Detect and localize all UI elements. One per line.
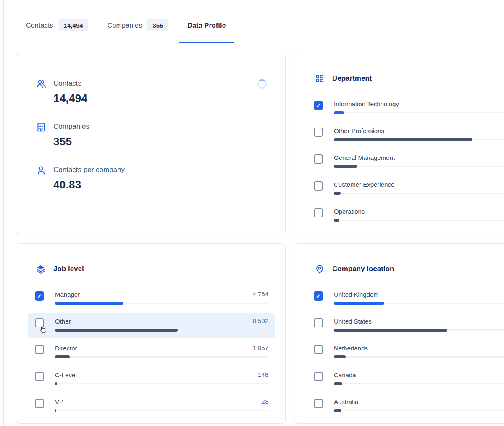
company-location-rows: United Kingdom United States Netherlands… bbox=[295, 291, 504, 425]
checkbox[interactable] bbox=[314, 372, 323, 381]
hand-cursor-icon bbox=[38, 325, 47, 334]
map-pin-icon bbox=[315, 264, 325, 274]
grid-icon bbox=[315, 73, 325, 84]
checkbox[interactable] bbox=[314, 154, 323, 164]
stat-value: 40.83 bbox=[53, 178, 125, 191]
tab-companies[interactable]: Companies 355 bbox=[99, 0, 177, 43]
company-location-card: Company location United Kingdom United S… bbox=[295, 243, 504, 424]
company-building-icon bbox=[36, 122, 47, 133]
card-title: Company location bbox=[332, 265, 394, 273]
filter-row-general-management[interactable]: General Management bbox=[295, 154, 504, 181]
checkbox[interactable] bbox=[314, 318, 323, 327]
summary-card: Contacts 14,494 Companies 355 Contacts p… bbox=[16, 53, 286, 235]
bar-track bbox=[55, 410, 268, 411]
filter-label: Customer Experience bbox=[334, 181, 504, 188]
value-bar bbox=[334, 165, 357, 168]
value-bar bbox=[55, 302, 123, 305]
filter-count: 1,057 bbox=[252, 344, 268, 351]
value-bar bbox=[334, 138, 472, 141]
filter-count: 8,502 bbox=[252, 317, 268, 324]
filter-row-operations[interactable]: Operations bbox=[295, 208, 504, 235]
department-rows: Information Technology Other Professions… bbox=[295, 100, 504, 235]
checkbox[interactable] bbox=[314, 181, 323, 191]
checkbox[interactable] bbox=[314, 208, 323, 217]
filter-row-c-level[interactable]: C-Level 148 bbox=[16, 371, 285, 398]
filter-count: 148 bbox=[258, 371, 268, 378]
filter-count: 23 bbox=[261, 398, 268, 405]
bar-track bbox=[334, 329, 504, 331]
filter-label: Operations bbox=[334, 208, 504, 215]
value-bar bbox=[334, 192, 341, 195]
bar-track bbox=[334, 139, 504, 140]
value-bar bbox=[334, 382, 342, 385]
bar-track bbox=[334, 356, 504, 358]
checkbox[interactable] bbox=[35, 399, 44, 408]
value-bar bbox=[334, 219, 339, 222]
bar-track bbox=[55, 383, 268, 384]
filter-row-other[interactable]: Other 8,502 bbox=[16, 318, 285, 345]
filter-row-australia[interactable]: Australia bbox=[295, 398, 504, 425]
job-level-rows: Manager 4,764 Other 8,502 Director 1,0 bbox=[16, 291, 285, 425]
filter-row-united-states[interactable]: United States bbox=[295, 318, 504, 345]
stat-label: Contacts per company bbox=[53, 166, 125, 174]
bar-track bbox=[55, 356, 268, 358]
department-card-header: Department bbox=[295, 53, 504, 84]
value-bar bbox=[55, 355, 70, 358]
tab-contacts[interactable]: Contacts 14,494 bbox=[18, 0, 97, 43]
layers-icon bbox=[36, 264, 46, 274]
panel-left-border bbox=[3, 0, 4, 426]
filter-label: Other bbox=[55, 318, 268, 325]
filter-row-netherlands[interactable]: Netherlands bbox=[295, 345, 504, 371]
checkbox[interactable] bbox=[314, 128, 323, 137]
filter-label: Director bbox=[55, 345, 268, 352]
bar-track bbox=[334, 303, 504, 304]
value-bar bbox=[334, 111, 344, 114]
filter-label: Netherlands bbox=[334, 345, 504, 352]
filter-label: Australia bbox=[334, 398, 504, 405]
tab-data-profile[interactable]: Data Profile bbox=[179, 0, 234, 43]
filter-row-vp[interactable]: VP 23 bbox=[16, 398, 285, 425]
stat-companies: Companies 355 bbox=[36, 123, 266, 148]
filter-label: Manager bbox=[55, 291, 268, 298]
tab-data-profile-label: Data Profile bbox=[187, 22, 226, 29]
card-title: Department bbox=[332, 74, 372, 83]
card-title: Job level bbox=[53, 265, 84, 273]
filter-row-director[interactable]: Director 1,057 bbox=[16, 345, 285, 371]
filter-label: Canada bbox=[334, 371, 504, 379]
checkbox[interactable] bbox=[314, 101, 323, 110]
value-bar bbox=[55, 409, 56, 412]
value-bar bbox=[334, 409, 341, 412]
bar-track bbox=[334, 193, 504, 194]
stat-value: 355 bbox=[53, 135, 89, 148]
filter-row-united-kingdom[interactable]: United Kingdom bbox=[295, 291, 504, 318]
filter-row-customer-experience[interactable]: Customer Experience bbox=[295, 181, 504, 208]
checkbox[interactable] bbox=[35, 345, 44, 354]
filter-label: VP bbox=[55, 398, 268, 405]
checkbox[interactable] bbox=[314, 345, 323, 354]
summary-stats: Contacts 14,494 Companies 355 Contacts p… bbox=[16, 53, 285, 191]
checkbox[interactable] bbox=[314, 291, 323, 301]
loading-spinner bbox=[257, 79, 267, 89]
filter-row-canada[interactable]: Canada bbox=[295, 371, 504, 398]
checkbox[interactable] bbox=[35, 372, 44, 381]
filter-label: United States bbox=[334, 318, 504, 325]
filter-label: General Management bbox=[334, 154, 504, 161]
tab-bar: Contacts 14,494 Companies 355 Data Profi… bbox=[18, 0, 234, 43]
tab-companies-count-badge: 355 bbox=[147, 19, 168, 31]
stat-label: Contacts bbox=[53, 79, 81, 87]
filter-row-other-professions[interactable]: Other Professions bbox=[295, 127, 504, 154]
filter-label: Information Technology bbox=[334, 100, 504, 107]
value-bar bbox=[334, 355, 346, 358]
bar-track bbox=[55, 329, 268, 331]
job-level-card-header: Job level bbox=[16, 244, 285, 274]
filter-label: United Kingdom bbox=[334, 291, 504, 298]
filter-row-information-technology[interactable]: Information Technology bbox=[295, 100, 504, 127]
tab-companies-label: Companies bbox=[108, 22, 142, 29]
bar-track bbox=[334, 383, 504, 384]
value-bar bbox=[334, 329, 447, 332]
tab-contacts-label: Contacts bbox=[26, 22, 53, 29]
checkbox[interactable] bbox=[35, 291, 44, 301]
value-bar bbox=[55, 329, 178, 332]
checkbox[interactable] bbox=[314, 399, 323, 408]
stat-contacts: Contacts 14,494 bbox=[36, 79, 266, 105]
